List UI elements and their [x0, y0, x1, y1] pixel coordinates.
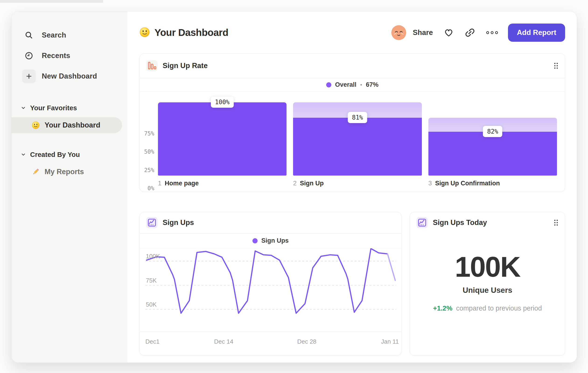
plus-icon [22, 70, 36, 83]
sign-ups-card-header: Sign Ups [140, 212, 401, 233]
dashboard-topbar: Your Dashboard Share [139, 23, 565, 42]
funnel-bar[interactable]: 100% [158, 102, 286, 176]
sidebar-section-label: Your Favorites [30, 104, 77, 112]
sidebar: SearchRecentsNew Dashboard Your Favorite… [11, 11, 127, 363]
line-legend[interactable]: Sign Ups [140, 234, 401, 248]
funnel-step-home-page: 100%1Home page [158, 102, 286, 192]
metric-value: 100K [455, 251, 520, 282]
search-icon [22, 29, 36, 42]
topbar-actions: Share [391, 24, 565, 42]
funnel-chart-icon [146, 60, 158, 71]
sidebar-sections: Your FavoritesYour DashboardCreated By Y… [11, 101, 127, 180]
sidebar-section-header-your-favorites[interactable]: Your Favorites [11, 101, 127, 114]
funnel-bars: 100%1Home page81%2Sign Up82%3Sign Up Con… [158, 102, 557, 192]
funnel-value-label: 81% [348, 112, 367, 123]
funnel-y-axis: 75%50%25%0% [140, 102, 158, 192]
funnel-step-name: Sign Up Confirmation [435, 180, 500, 187]
sidebar-item-new-dashboard[interactable]: New Dashboard [11, 66, 127, 87]
funnel-step-label: 2Sign Up [293, 180, 422, 187]
funnel-legend[interactable]: Overall • 67% [140, 78, 565, 91]
funnel-y-tick: 0% [147, 186, 154, 191]
main-content: Your Dashboard Share [127, 11, 577, 363]
sidebar-nav: SearchRecentsNew Dashboard [11, 25, 127, 87]
sidebar-item-label: Search [42, 31, 66, 40]
sidebar-item-your-dashboard[interactable]: Your Dashboard [11, 117, 122, 133]
page-title: Your Dashboard [155, 27, 228, 38]
line-y-tick: 75K [146, 277, 157, 283]
heart-icon [444, 28, 454, 38]
metric-label: Unique Users [463, 286, 512, 295]
drag-handle-icon[interactable] [554, 219, 558, 226]
sidebar-item-label: New Dashboard [42, 72, 97, 81]
card-title: Sign Ups [163, 218, 194, 227]
line-y-tick: 50K [146, 302, 157, 307]
card-title: Sign Up Rate [163, 61, 208, 70]
background-window-edge [0, 0, 103, 3]
funnel-value-label: 82% [483, 126, 502, 137]
share-button[interactable]: Share [413, 29, 433, 37]
funnel-bar-converted-segment [293, 118, 422, 176]
link-icon [465, 27, 475, 38]
funnel-step-label: 3Sign Up Confirmation [428, 180, 557, 187]
line-y-tick: 100K [146, 253, 160, 259]
line-plot: 100K75K50K [145, 248, 396, 332]
legend-dot [252, 238, 258, 243]
drag-handle-icon[interactable] [554, 62, 558, 69]
sidebar-item-search[interactable]: Search [11, 25, 127, 45]
funnel-bar-converted-segment [428, 132, 557, 176]
chevron-down-icon [21, 151, 27, 158]
sidebar-section-label: Created By You [30, 151, 80, 159]
funnel-step-label: 1Home page [158, 180, 286, 187]
bottom-row: Sign Ups Sign Ups 100K75K50K Dec1Dec 14D… [139, 212, 565, 355]
line-chart-icon [146, 217, 158, 228]
legend-label: Sign Ups [261, 237, 289, 244]
pencil-emoji-icon [31, 167, 40, 176]
sidebar-section: Created By YouMy Reports [11, 148, 127, 180]
smiley-emoji-icon [139, 27, 150, 38]
sign-up-rate-card-header: Sign Up Rate [140, 54, 565, 78]
funnel-step-index: 2 [293, 180, 297, 187]
more-options-button[interactable] [486, 31, 498, 34]
sign-up-rate-card: Sign Up Rate Overall • 67% [139, 53, 565, 192]
legend-dot [326, 82, 331, 87]
dashboard-title-group: Your Dashboard [139, 27, 228, 38]
sidebar-item-label: Your Dashboard [45, 121, 100, 129]
line-x-tick: Dec1 [145, 338, 160, 345]
card-title: Sign Ups Today [433, 218, 487, 227]
app-window: SearchRecentsNew Dashboard Your Favorite… [11, 11, 577, 363]
line-x-tick: Dec 14 [214, 338, 233, 345]
add-report-button[interactable]: Add Report [508, 24, 565, 42]
smiley-emoji-icon [31, 121, 40, 130]
funnel-bar-converted-segment [158, 102, 286, 176]
sidebar-section: Your FavoritesYour Dashboard [11, 101, 127, 133]
line-series-sign-ups [147, 249, 388, 313]
funnel-y-tick: 25% [144, 167, 154, 173]
screen: SearchRecentsNew Dashboard Your Favorite… [0, 0, 588, 373]
funnel-step-name: Home page [165, 180, 199, 187]
legend-label: Overall [335, 81, 357, 88]
funnel-y-tick: 75% [144, 131, 154, 136]
favorite-heart-button[interactable] [444, 28, 454, 38]
sidebar-section-header-created-by-you[interactable]: Created By You [11, 148, 127, 161]
line-x-tick: Dec 28 [297, 338, 316, 345]
metric-delta-row: +1.2% compared to previous period [433, 304, 542, 312]
funnel-bar[interactable]: 81% [293, 102, 422, 176]
funnel-bar[interactable]: 82% [428, 102, 557, 176]
funnel-chart: 75%50%25%0% 100%1Home page81%2Sign Up82%… [140, 92, 565, 192]
funnel-y-tick: 50% [144, 149, 154, 155]
avatar[interactable] [391, 25, 406, 40]
line-series-incomplete-tail [388, 254, 395, 281]
metric-delta: +1.2% [433, 304, 452, 312]
line-chart-icon [417, 217, 428, 228]
sidebar-item-recents[interactable]: Recents [11, 45, 127, 66]
sign-ups-card: Sign Ups Sign Ups 100K75K50K Dec1Dec 14D… [139, 212, 402, 355]
metric-body: 100K Unique Users +1.2% compared to prev… [410, 233, 565, 355]
sign-ups-today-card: Sign Ups Today 100K Unique Users [410, 212, 565, 355]
copy-link-button[interactable] [465, 27, 475, 38]
sidebar-item-my-reports[interactable]: My Reports [11, 164, 122, 180]
avatar-face-icon [391, 25, 406, 40]
funnel-step-name: Sign Up [300, 180, 324, 187]
line-x-axis: Dec1Dec 14Dec 28Jan 11 [145, 332, 396, 355]
sidebar-item-label: Recents [42, 51, 70, 60]
funnel-step-index: 1 [158, 180, 161, 187]
